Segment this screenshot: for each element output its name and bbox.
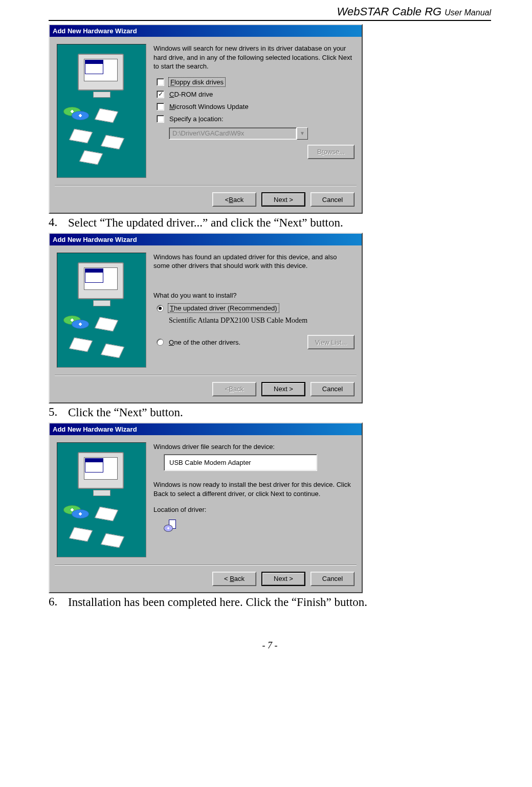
wizard-side-graphic — [57, 442, 146, 557]
wizard-dialog-1: Add New Hardware Wizard Windows will sea… — [49, 24, 363, 214]
wizard-question: What do you want to install? — [153, 291, 354, 300]
ready-to-install-text: Windows is now ready to install the best… — [153, 480, 354, 498]
step-5: 5. Click the “Next” button. — [49, 406, 491, 420]
step-number: 4. — [49, 216, 59, 231]
next-button[interactable]: Next > — [261, 192, 305, 207]
back-button[interactable]: < Back — [212, 192, 256, 207]
product-name: WebSTAR Cable RG — [337, 5, 442, 18]
page-number: - 7 - — [49, 640, 491, 651]
view-list-button[interactable]: View List... — [307, 335, 354, 349]
header-rule — [49, 20, 491, 21]
browse-button[interactable]: Browse... — [307, 145, 354, 159]
search-for-device-label: Windows driver file search for the devic… — [153, 442, 354, 452]
next-button[interactable]: Next > — [261, 572, 305, 586]
found-driver-name: Scientific Atlanta DPX2100 USB Cable Mod… — [169, 317, 354, 325]
step-text: Installation has been completed here. Cl… — [68, 595, 367, 610]
titlebar: Add New Hardware Wizard — [50, 25, 362, 37]
next-button[interactable]: Next > — [261, 382, 305, 396]
location-of-driver-label: Location of driver: — [153, 505, 354, 514]
step-number: 5. — [49, 406, 59, 420]
location-path-input[interactable]: D:\Driver\VGACard\W9x — [169, 127, 297, 140]
location-dropdown-button[interactable]: ▼ — [297, 127, 308, 140]
titlebar: Add New Hardware Wizard — [50, 234, 362, 245]
msupdate-checkbox[interactable] — [157, 103, 164, 110]
cdrom-checkbox[interactable]: ✓ — [157, 91, 164, 98]
specify-location-label: Specify a location: — [169, 115, 224, 123]
back-button[interactable]: < Back — [212, 572, 256, 586]
wizard-dialog-2: Add New Hardware Wizard Windows has foun… — [49, 233, 363, 403]
back-button[interactable]: < Back — [212, 382, 256, 396]
device-name-box: USB Cable Modem Adapter — [164, 454, 317, 471]
wizard-dialog-3: Add New Hardware Wizard Windows driver f… — [49, 422, 363, 593]
specify-location-checkbox[interactable] — [157, 115, 164, 123]
product-subtitle: User Manual — [445, 8, 491, 17]
step-4: 4. Select “The updated driver...” and cl… — [49, 216, 491, 231]
step-6: 6. Installation has been completed here.… — [49, 595, 491, 610]
cancel-button[interactable]: Cancel — [311, 382, 354, 396]
wizard-intro-text: Windows has found an updated driver for … — [153, 253, 354, 271]
cancel-button[interactable]: Cancel — [311, 192, 354, 207]
step-number: 6. — [49, 595, 59, 610]
step-text: Select “The updated driver...” and click… — [68, 216, 343, 231]
floppy-label: Floppy disk drives — [169, 78, 225, 86]
titlebar: Add New Hardware Wizard — [50, 423, 362, 435]
wizard-side-graphic — [57, 44, 146, 178]
updated-driver-radio[interactable] — [157, 305, 164, 312]
wizard-intro-text: Windows will search for new drivers in i… — [153, 44, 354, 71]
floppy-checkbox[interactable] — [157, 78, 164, 86]
updated-driver-label: The updated driver (Recommended) — [169, 304, 278, 312]
cancel-button[interactable]: Cancel — [311, 572, 354, 586]
msupdate-label: Microsoft Windows Update — [169, 103, 249, 110]
step-text: Click the “Next” button. — [68, 406, 183, 420]
doc-header: WebSTAR Cable RG User Manual — [49, 5, 491, 18]
cdrom-label: CD-ROM drive — [169, 91, 213, 98]
other-drivers-label: One of the other drivers. — [169, 339, 240, 346]
wizard-side-graphic — [57, 253, 146, 368]
driver-icon — [164, 520, 178, 532]
other-drivers-radio[interactable] — [157, 339, 164, 346]
